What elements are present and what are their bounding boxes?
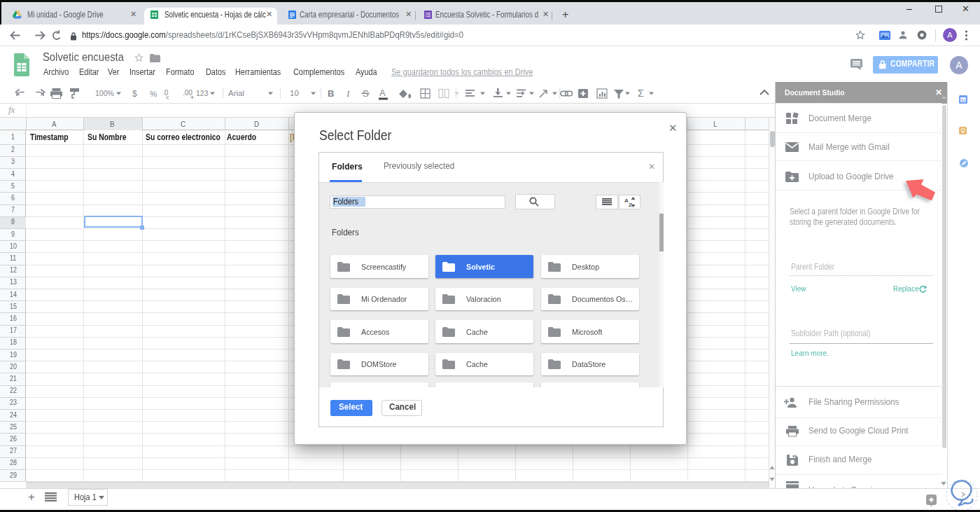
svg-text:I: I: [346, 88, 351, 99]
svg-text:31: 31: [961, 98, 966, 102]
svg-text:A: A: [379, 88, 386, 98]
svg-text:100%: 100%: [95, 89, 114, 97]
svg-text:.00: .00: [183, 89, 192, 97]
svg-text:%: %: [150, 90, 157, 98]
svg-text:123: 123: [196, 89, 209, 97]
svg-text:B: B: [328, 88, 334, 99]
svg-text:Σ: Σ: [638, 88, 644, 99]
svg-text:.0: .0: [162, 89, 169, 97]
svg-text:10: 10: [290, 89, 299, 97]
svg-text:$: $: [132, 89, 137, 99]
svg-text:Arial: Arial: [228, 89, 244, 97]
